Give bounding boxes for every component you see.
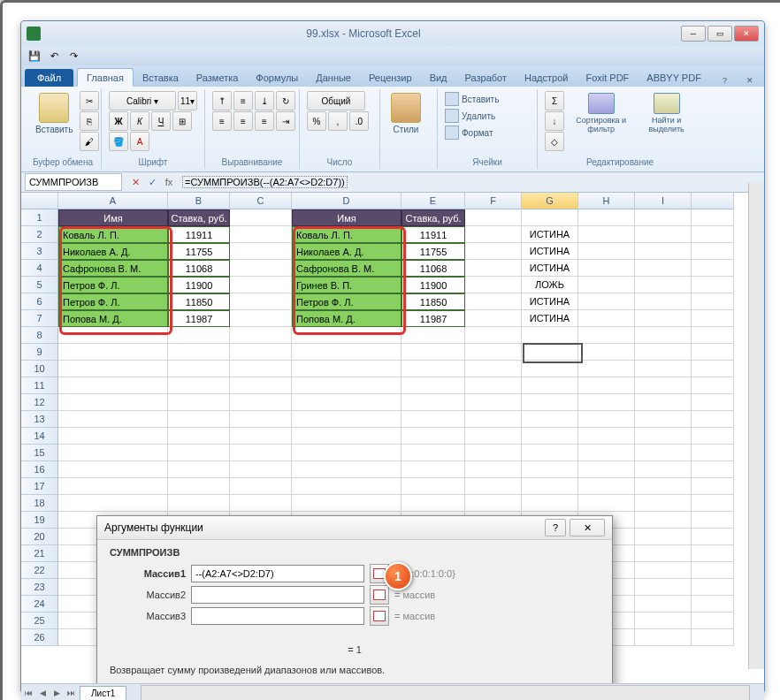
cell-rate-left[interactable]: 11068: [168, 260, 230, 277]
cell[interactable]: [292, 344, 401, 361]
cell[interactable]: [635, 545, 692, 562]
cell[interactable]: [230, 327, 292, 344]
cancel-formula-icon[interactable]: ✕: [127, 174, 143, 190]
cell[interactable]: [635, 428, 692, 445]
row-header-1[interactable]: 1: [21, 209, 58, 226]
fx-icon[interactable]: fx: [161, 174, 177, 190]
cell[interactable]: [401, 445, 465, 461]
cell[interactable]: [692, 310, 734, 327]
tab-data[interactable]: Данные: [307, 69, 360, 87]
tab-file[interactable]: Файл: [25, 69, 73, 87]
align-top-icon[interactable]: ⤒: [212, 91, 232, 110]
cell[interactable]: [578, 209, 635, 226]
cell[interactable]: [692, 394, 734, 411]
cell[interactable]: [522, 445, 578, 461]
cell[interactable]: [692, 562, 734, 579]
cell[interactable]: [522, 209, 578, 226]
array3-ref-icon[interactable]: [370, 606, 389, 626]
cell[interactable]: [401, 344, 465, 361]
array2-ref-icon[interactable]: [370, 585, 389, 605]
row-header-6[interactable]: 6: [21, 293, 58, 310]
cell[interactable]: [230, 377, 292, 394]
row-header-3[interactable]: 3: [21, 243, 58, 260]
cell[interactable]: [401, 461, 465, 478]
cell[interactable]: [292, 495, 401, 512]
cell[interactable]: [635, 394, 692, 411]
sort-filter-button[interactable]: Сортировка и фильтр: [568, 91, 634, 135]
row-header-26[interactable]: 26: [21, 629, 58, 646]
row-header-20[interactable]: 20: [21, 529, 58, 545]
cell[interactable]: [465, 344, 522, 361]
cell-name-left[interactable]: Попова М. Д.: [58, 310, 168, 327]
cell[interactable]: [578, 243, 635, 260]
col-header-H[interactable]: H: [578, 193, 635, 209]
cell[interactable]: [168, 377, 230, 394]
col-header-A[interactable]: A: [58, 193, 168, 209]
cell-name-left[interactable]: Николаев А. Д.: [58, 243, 168, 260]
cell[interactable]: [292, 428, 401, 445]
cell[interactable]: [401, 428, 465, 445]
dialog-close-icon[interactable]: ✕: [570, 519, 605, 536]
cell[interactable]: [692, 243, 734, 260]
cell[interactable]: [230, 260, 292, 277]
tab-view[interactable]: Вид: [421, 69, 456, 87]
number-format-select[interactable]: Общий: [307, 91, 365, 110]
styles-button[interactable]: Стили: [387, 91, 424, 136]
cell[interactable]: [230, 293, 292, 310]
cell[interactable]: [692, 344, 734, 361]
cell-name-left[interactable]: Сафронова В. М.: [58, 260, 168, 277]
cell[interactable]: [292, 461, 401, 478]
row-header-8[interactable]: 8: [21, 327, 58, 344]
bold-icon[interactable]: Ж: [109, 111, 128, 131]
delete-cells-button[interactable]: Удалить: [445, 108, 495, 124]
maximize-button[interactable]: ▭: [707, 26, 732, 42]
cell[interactable]: [401, 478, 465, 495]
italic-icon[interactable]: К: [130, 111, 149, 131]
row-header-19[interactable]: 19: [21, 512, 58, 529]
cell-result[interactable]: ИСТИНА: [522, 293, 578, 310]
select-all-corner[interactable]: [21, 193, 58, 209]
cell[interactable]: [692, 445, 734, 461]
cell[interactable]: [635, 629, 692, 646]
cell[interactable]: [635, 327, 692, 344]
cell[interactable]: [692, 293, 734, 310]
paste-button[interactable]: Вставить: [32, 91, 76, 136]
cell[interactable]: [692, 428, 734, 445]
row-header-11[interactable]: 11: [21, 377, 58, 394]
cut-icon[interactable]: ✂: [80, 91, 99, 110]
cell[interactable]: [692, 411, 734, 428]
cell[interactable]: [635, 277, 692, 293]
row-header-14[interactable]: 14: [21, 428, 58, 445]
dialog-titlebar[interactable]: Аргументы функции ? ✕: [97, 516, 612, 540]
cell[interactable]: [58, 377, 168, 394]
cell[interactable]: [230, 461, 292, 478]
cell[interactable]: [578, 344, 635, 361]
cell[interactable]: [401, 377, 465, 394]
clear-icon[interactable]: ◇: [545, 132, 564, 151]
cell[interactable]: [230, 209, 292, 226]
cell-rate-right[interactable]: 11755: [401, 243, 465, 260]
cell[interactable]: [692, 612, 734, 629]
vertical-scrollbar[interactable]: [748, 183, 764, 669]
row-header-2[interactable]: 2: [21, 226, 58, 243]
cell[interactable]: [230, 411, 292, 428]
cell[interactable]: [522, 478, 578, 495]
tab-insert[interactable]: Вставка: [134, 69, 187, 87]
cell[interactable]: [692, 596, 734, 612]
cell[interactable]: [230, 344, 292, 361]
cell-name-right[interactable]: Сафронова В. М.: [292, 260, 401, 277]
cell[interactable]: [578, 461, 635, 478]
cell[interactable]: [168, 361, 230, 377]
cell[interactable]: [692, 361, 734, 377]
cell[interactable]: [692, 579, 734, 596]
cell[interactable]: [465, 226, 522, 243]
redo-icon[interactable]: ↷: [65, 48, 81, 64]
cell[interactable]: [635, 495, 692, 512]
tab-home[interactable]: Главная: [77, 68, 134, 87]
cell[interactable]: [465, 293, 522, 310]
tab-layout[interactable]: Разметка: [187, 69, 248, 87]
cell[interactable]: [168, 411, 230, 428]
horizontal-scrollbar[interactable]: [141, 685, 750, 700]
cell[interactable]: [168, 428, 230, 445]
cell[interactable]: [401, 394, 465, 411]
